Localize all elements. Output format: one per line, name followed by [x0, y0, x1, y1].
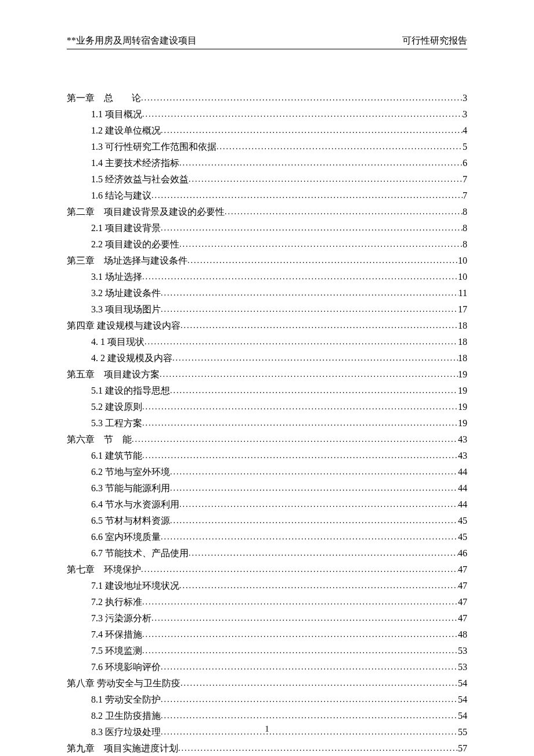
- toc-title: 第二章 项目建设背景及建设的必要性: [67, 204, 225, 220]
- toc-page-number: 18: [458, 334, 467, 350]
- toc-leader: [142, 416, 458, 431]
- toc-title: 6.7 节能技术、产品使用: [91, 545, 189, 561]
- toc-page-number: 45: [458, 513, 467, 529]
- toc-title: 8.1 劳动安全防护: [91, 692, 161, 708]
- toc-title: 1.6 结论与建议: [91, 188, 151, 204]
- toc-title: 7.1 建设地址环境状况: [91, 578, 179, 594]
- document-page: **业务用房及周转宿舍建设项目 可行性研究报告 第一章 总 论31.1 项目概况…: [0, 0, 534, 756]
- toc-page-number: 53: [458, 659, 467, 675]
- toc-title: 5.2 建设原则: [91, 399, 142, 415]
- toc-entry: 5.2 建设原则19: [67, 399, 467, 415]
- toc-entry: 1.1 项目概况3: [67, 106, 467, 123]
- toc-entry: 第四章 建设规模与建设内容18: [67, 318, 467, 334]
- toc-page-number: 44: [458, 496, 467, 513]
- toc-leader: [170, 481, 458, 496]
- toc-title: 7.2 执行标准: [91, 594, 142, 610]
- toc-title: 第四章 建设规模与建设内容: [67, 318, 181, 334]
- toc-title: 7.4 环保措施: [91, 627, 142, 643]
- table-of-contents: 第一章 总 论31.1 项目概况31.2 建设单位概况41.3 可行性研究工作范…: [67, 90, 467, 756]
- toc-page-number: 48: [458, 627, 467, 643]
- toc-entry: 4. 1 项目现状18: [67, 334, 467, 350]
- toc-title: 6.2 节地与室外环境: [91, 464, 170, 480]
- toc-title: 7.6 环境影响评价: [91, 659, 161, 675]
- toc-page-number: 53: [458, 643, 467, 659]
- toc-entry: 8.1 劳动安全防护54: [67, 692, 467, 708]
- toc-entry: 4. 2 建设规模及内容18: [67, 350, 467, 366]
- toc-page-number: 54: [458, 692, 467, 708]
- toc-page-number: 47: [458, 610, 467, 627]
- toc-entry: 1.5 经济效益与社会效益7: [67, 171, 467, 188]
- toc-title: 1.5 经济效益与社会效益: [91, 171, 189, 188]
- toc-entry: 第五章 项目建设方案19: [67, 366, 467, 383]
- toc-title: 4. 2 建设规模及内容: [91, 350, 172, 366]
- toc-title: 第一章 总 论: [67, 90, 141, 106]
- toc-leader: [161, 709, 458, 723]
- toc-title: 4. 1 项目现状: [91, 334, 145, 350]
- toc-leader: [145, 335, 458, 350]
- toc-entry: 第九章 项目实施进度计划57: [67, 740, 467, 756]
- toc-title: 3.2 场址建设条件: [91, 285, 161, 301]
- toc-leader: [132, 433, 458, 447]
- header-left: **业务用房及周转宿舍建设项目: [67, 35, 197, 47]
- toc-title: 6.6 室内环境质量: [91, 529, 161, 545]
- toc-leader: [179, 156, 463, 171]
- toc-leader: [161, 221, 463, 236]
- toc-leader: [161, 303, 458, 317]
- toc-title: 5.3 工程方案: [91, 415, 142, 431]
- toc-entry: 6.3 节能与能源利用44: [67, 480, 467, 496]
- toc-leader: [217, 140, 463, 154]
- toc-page-number: 44: [458, 480, 467, 496]
- toc-leader: [142, 107, 463, 122]
- toc-entry: 1.3 可行性研究工作范围和依据5: [67, 139, 467, 155]
- toc-title: 第八章 劳动安全与卫生防疫: [67, 675, 181, 692]
- toc-leader: [142, 628, 458, 642]
- toc-leader: [142, 449, 458, 463]
- toc-title: 1.3 可行性研究工作范围和依据: [91, 139, 217, 155]
- toc-entry: 3.3 项目现场图片17: [67, 301, 467, 318]
- toc-leader: [225, 205, 463, 219]
- toc-page-number: 19: [458, 366, 467, 383]
- toc-title: 7.5 环境监测: [91, 643, 142, 659]
- toc-title: 1.1 项目概况: [91, 106, 142, 123]
- toc-entry: 1.2 建设单位概况4: [67, 123, 467, 139]
- toc-entry: 7.3 污染源分析47: [67, 610, 467, 627]
- toc-title: 6.1 建筑节能: [91, 448, 142, 464]
- toc-entry: 6.5 节材与材料资源45: [67, 513, 467, 529]
- toc-entry: 6.7 节能技术、产品使用46: [67, 545, 467, 561]
- toc-page-number: 18: [458, 318, 467, 334]
- toc-entry: 5.1 建设的指导思想19: [67, 383, 467, 399]
- toc-page-number: 43: [458, 448, 467, 464]
- toc-entry: 6.4 节水与水资源利用44: [67, 496, 467, 513]
- toc-entry: 第二章 项目建设背景及建设的必要性8: [67, 204, 467, 220]
- toc-leader: [142, 644, 458, 658]
- toc-page-number: 7: [463, 188, 467, 204]
- toc-entry: 第一章 总 论3: [67, 90, 467, 106]
- toc-leader: [170, 384, 458, 398]
- toc-page-number: 11: [459, 285, 467, 301]
- toc-title: 6.5 节材与材料资源: [91, 513, 170, 529]
- toc-page-number: 3: [463, 106, 467, 123]
- toc-page-number: 5: [463, 139, 467, 155]
- toc-leader: [170, 465, 458, 480]
- toc-title: 3.3 项目现场图片: [91, 301, 161, 318]
- header-right: 可行性研究报告: [402, 35, 467, 47]
- toc-leader: [160, 368, 458, 382]
- toc-entry: 5.3 工程方案19: [67, 415, 467, 431]
- page-number: 1: [0, 724, 534, 734]
- toc-title: 7.3 污染源分析: [91, 610, 151, 627]
- toc-title: 8.2 卫生防疫措施: [91, 708, 161, 724]
- toc-leader: [179, 498, 458, 512]
- toc-leader: [179, 579, 458, 593]
- toc-entry: 1.6 结论与建议7: [67, 188, 467, 204]
- toc-leader: [141, 91, 463, 106]
- toc-page-number: 6: [463, 155, 467, 171]
- toc-entry: 7.4 环保措施48: [67, 627, 467, 643]
- toc-leader: [161, 660, 458, 675]
- toc-entry: 6.6 室内环境质量45: [67, 529, 467, 545]
- toc-entry: 6.1 建筑节能43: [67, 448, 467, 464]
- toc-entry: 第六章 节 能43: [67, 431, 467, 448]
- toc-page-number: 57: [458, 740, 467, 756]
- toc-page-number: 47: [458, 594, 467, 610]
- toc-leader: [151, 189, 463, 203]
- toc-page-number: 19: [458, 415, 467, 431]
